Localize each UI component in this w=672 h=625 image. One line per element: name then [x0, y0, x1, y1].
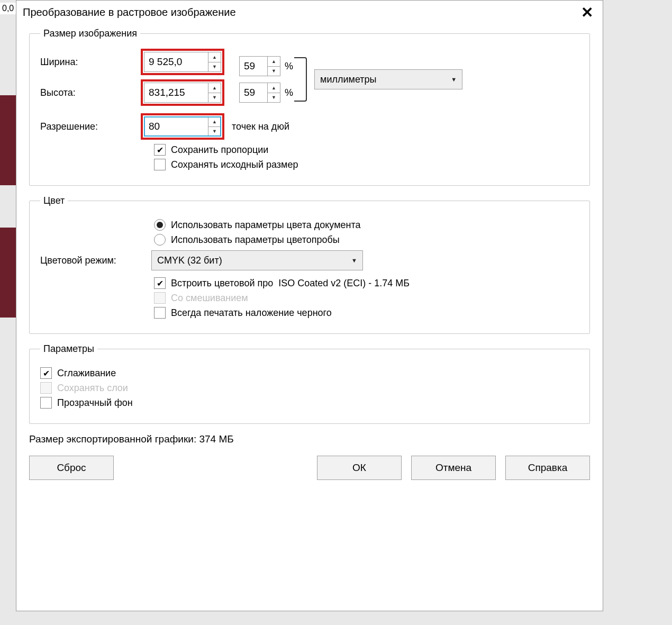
chevron-down-icon: ▼	[351, 257, 357, 264]
antialias-checkbox[interactable]: ✔	[40, 367, 52, 379]
spinner-down-icon[interactable]: ▼	[208, 127, 221, 137]
chevron-down-icon: ▼	[451, 76, 457, 83]
titlebar: Преобразование в растровое изображение ✕	[16, 1, 603, 24]
width-input[interactable]	[144, 52, 208, 71]
width-spinner[interactable]: ▲▼	[144, 52, 221, 72]
color-mode-combo[interactable]: CMYK (32 бит) ▼	[151, 250, 363, 270]
overprint-label: Всегда печатать наложение черного	[171, 307, 332, 319]
layers-label: Сохранять слои	[57, 383, 128, 394]
convert-to-bitmap-dialog: Преобразование в растровое изображение ✕…	[16, 0, 603, 611]
color-profile-name: ISO Coated v2 (ECI) - 1.74 МБ	[278, 278, 410, 289]
use-proof-color-label: Использовать параметры цветопробы	[171, 234, 340, 246]
reset-button[interactable]: Сброс	[29, 456, 114, 480]
antialias-label: Сглаживание	[57, 368, 116, 379]
bg-decoration	[0, 228, 16, 318]
help-button[interactable]: Справка	[505, 456, 590, 480]
percent-symbol: %	[285, 61, 293, 72]
width-highlight: ▲▼	[141, 49, 224, 75]
resolution-input[interactable]	[144, 117, 208, 136]
spinner-down-icon[interactable]: ▼	[208, 62, 221, 72]
color-legend: Цвет	[40, 195, 68, 206]
color-mode-value: CMYK (32 бит)	[157, 255, 222, 266]
width-label: Ширина:	[40, 57, 141, 68]
keep-aspect-label: Сохранить пропорции	[171, 144, 268, 156]
spinner-up-icon[interactable]: ▲	[208, 117, 221, 127]
resolution-label: Разрешение:	[40, 121, 141, 132]
transparent-bg-checkbox[interactable]	[40, 397, 52, 409]
params-fieldset: Параметры ✔ Сглаживание Сохранять слои П…	[29, 343, 590, 424]
color-mode-label: Цветовой режим:	[40, 255, 151, 266]
embed-profile-label: Встроить цветовой про	[171, 278, 273, 289]
unit-selected: миллиметры	[320, 74, 376, 85]
keep-original-label: Сохранять исходный размер	[171, 159, 298, 170]
keep-original-checkbox[interactable]	[154, 159, 166, 170]
spinner-up-icon[interactable]: ▲	[268, 57, 280, 67]
resolution-unit: точек на дюй	[232, 121, 289, 132]
height-input[interactable]	[144, 83, 208, 102]
use-doc-color-radio[interactable]	[154, 219, 166, 231]
percent-symbol: %	[285, 87, 293, 98]
link-bracket-icon	[294, 57, 307, 102]
layers-checkbox	[40, 382, 52, 394]
image-size-fieldset: Размер изображения Ширина: ▲▼ Высота:	[29, 28, 590, 186]
transparent-bg-label: Прозрачный фон	[57, 397, 133, 409]
ok-button[interactable]: ОК	[317, 456, 402, 480]
spinner-up-icon[interactable]: ▲	[208, 83, 221, 93]
cancel-button[interactable]: Отмена	[411, 456, 496, 480]
height-spinner[interactable]: ▲▼	[144, 83, 221, 103]
height-percent-spinner[interactable]: ▲▼	[239, 83, 280, 103]
height-highlight: ▲▼	[141, 79, 224, 106]
embed-profile-checkbox[interactable]: ✔	[154, 277, 166, 289]
params-legend: Параметры	[40, 343, 97, 355]
image-size-legend: Размер изображения	[40, 28, 140, 39]
close-icon[interactable]: ✕	[578, 4, 596, 21]
keep-aspect-checkbox[interactable]: ✔	[154, 144, 166, 156]
spinner-down-icon[interactable]: ▼	[268, 67, 280, 76]
use-proof-color-radio[interactable]	[154, 234, 166, 246]
unit-combo[interactable]: миллиметры ▼	[314, 69, 462, 89]
use-doc-color-label: Использовать параметры цвета документа	[171, 220, 361, 231]
color-fieldset: Цвет Использовать параметры цвета докуме…	[29, 195, 590, 334]
dialog-title: Преобразование в растровое изображение	[23, 6, 578, 19]
width-percent-spinner[interactable]: ▲▼	[239, 56, 280, 76]
resolution-highlight: ▲▼	[141, 113, 224, 140]
height-percent-input[interactable]	[240, 83, 267, 102]
spinner-down-icon[interactable]: ▼	[208, 93, 221, 103]
bg-decoration	[0, 95, 16, 185]
width-percent-input[interactable]	[240, 57, 267, 76]
ruler-value: 0,0	[0, 3, 16, 14]
spinner-down-icon[interactable]: ▼	[268, 93, 280, 103]
spinner-up-icon[interactable]: ▲	[268, 83, 280, 93]
dither-checkbox	[154, 292, 166, 304]
resolution-spinner[interactable]: ▲▼	[144, 116, 221, 137]
export-size-text: Размер экспортированной графики: 374 МБ	[29, 433, 590, 445]
overprint-checkbox[interactable]	[154, 307, 166, 319]
dither-label: Со смешиванием	[171, 293, 248, 304]
height-label: Высота:	[40, 87, 141, 98]
spinner-up-icon[interactable]: ▲	[208, 52, 221, 62]
